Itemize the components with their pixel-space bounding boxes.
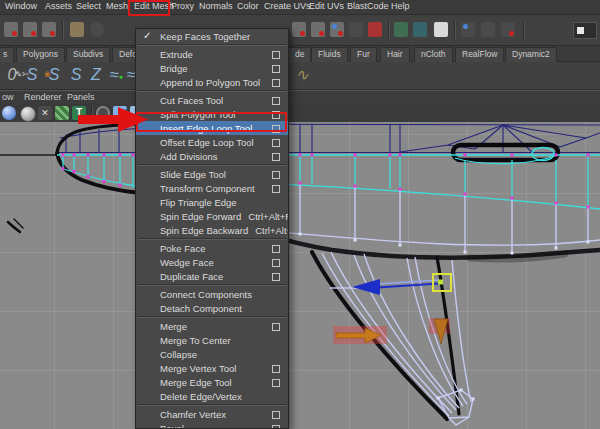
option-box-icon[interactable] (272, 411, 280, 419)
menubar-item-mesh[interactable]: Mesh (106, 1, 128, 11)
snap-point-icon[interactable] (330, 22, 344, 37)
menu-item-bevel[interactable]: Bevel (136, 421, 288, 429)
menu-item-connect-components[interactable]: Connect Components (136, 287, 288, 301)
detach-curve-icon[interactable]: S (66, 64, 86, 86)
menu-item-merge-to-center[interactable]: Merge To Center (136, 333, 288, 347)
menubar-item-blastcode[interactable]: BlastCode (347, 1, 389, 11)
menu-item-cut-faces-tool[interactable]: Cut Faces Tool (136, 93, 288, 107)
shelf-tab-dynamic2[interactable]: Dynamic2 (505, 47, 557, 62)
menubar-item-help[interactable]: Help (391, 1, 410, 11)
shelf-tab-fur[interactable]: Fur (350, 47, 377, 62)
manipulator-blue-arrow[interactable] (352, 279, 380, 295)
menubar-item-edit-uvs[interactable]: Edit UVs (309, 1, 344, 11)
menu-item-delete-edge-vertex[interactable]: Delete Edge/Vertex (136, 389, 288, 403)
panel-menu-show[interactable]: ow (2, 92, 14, 102)
shaded-display-icon[interactable] (2, 106, 16, 120)
mask-object-icon[interactable] (23, 22, 37, 37)
option-box-icon[interactable] (272, 245, 280, 253)
menu-item-append-to-polygon-tool[interactable]: Append to Polygon Tool (136, 75, 288, 89)
menu-item-poke-face[interactable]: Poke Face (136, 241, 288, 255)
panel-menu-panels[interactable]: Panels (67, 92, 95, 102)
menubar-item-select[interactable]: Select (76, 1, 101, 11)
menu-item-wedge-face[interactable]: Wedge Face (136, 255, 288, 269)
option-box-icon[interactable] (272, 185, 280, 193)
shelf: 0✎ S✄ S❀ S Z ≈● ≈► ∿ (0, 62, 600, 90)
menu-item-duplicate-face[interactable]: Duplicate Face (136, 269, 288, 283)
menu-item-spin-edge-forward[interactable]: Spin Edge ForwardCtrl+Alt+Right (136, 209, 288, 223)
backface-culling-icon[interactable] (55, 106, 69, 120)
menu-item-transform-component[interactable]: Transform Component (136, 181, 288, 195)
menu-item-flip-triangle-edge[interactable]: Flip Triangle Edge (136, 195, 288, 209)
option-box-icon[interactable] (272, 379, 280, 387)
option-box-icon[interactable] (272, 97, 280, 105)
lasso-circle-icon[interactable] (90, 22, 104, 37)
edit-mesh-highlight-box (128, 0, 170, 16)
panel-menu-renderer[interactable]: Renderer (24, 92, 62, 102)
menubar-item-create-uvs[interactable]: Create UVs (264, 1, 311, 11)
menu-item-add-divisions[interactable]: Add Divisions (136, 149, 288, 163)
menu-item-merge[interactable]: Merge (136, 319, 288, 333)
menu-separator (138, 238, 286, 240)
shelf-tab-polygons[interactable]: Polygons (16, 47, 65, 62)
make-live-icon[interactable] (368, 22, 382, 37)
option-box-icon[interactable] (272, 425, 280, 429)
shelf-tab-ncloth[interactable]: nCloth (414, 47, 453, 62)
menu-item-bridge[interactable]: Bridge (136, 61, 288, 75)
attach-curve-icon[interactable]: S❀ (44, 64, 64, 86)
snap-surface-icon[interactable] (349, 22, 363, 37)
option-box-icon[interactable] (272, 273, 280, 281)
option-box-icon[interactable] (272, 259, 280, 267)
construction-history-off-icon[interactable] (413, 22, 427, 37)
option-box-icon[interactable] (272, 153, 280, 161)
highlight-box-icon[interactable] (70, 22, 84, 37)
menubar-item-window[interactable]: Window (5, 1, 37, 11)
render-current-frame-icon[interactable] (461, 22, 475, 37)
file-icon[interactable] (434, 22, 448, 37)
viewport[interactable] (0, 122, 600, 429)
menu-item-spin-edge-backward[interactable]: Spin Edge BackwardCtrl+Alt+Left (136, 223, 288, 237)
smooth-curve-icon[interactable]: ∿ (292, 64, 312, 86)
cut-curve-icon[interactable]: S✄ (22, 64, 42, 86)
shelf-tab-partial[interactable]: s (0, 47, 14, 62)
option-box-icon[interactable] (272, 323, 280, 331)
menu-item-chamfer-vertex[interactable]: Chamfer Vertex (136, 407, 288, 421)
menu-separator (138, 316, 286, 318)
quick-select-field[interactable] (573, 22, 597, 39)
menubar-item-proxy[interactable]: Proxy (171, 1, 194, 11)
menu-item-merge-edge-tool[interactable]: Merge Edge Tool (136, 375, 288, 389)
shelf-tab-subdivs[interactable]: Subdivs (66, 47, 110, 62)
menu-item-merge-vertex-tool[interactable]: Merge Vertex Tool (136, 361, 288, 375)
menu-item-detach-component[interactable]: Detach Component (136, 301, 288, 315)
option-box-icon[interactable] (272, 65, 280, 73)
shelf-tab-partial-right[interactable]: de (288, 47, 311, 62)
menu-item-slide-edge-tool[interactable]: Slide Edge Tool (136, 167, 288, 181)
mask-hierarchy-icon[interactable] (4, 22, 18, 37)
insert-knot-icon[interactable]: Z (86, 64, 106, 86)
shelf-tab-realflow[interactable]: RealFlow (455, 47, 504, 62)
pencil-curve-icon[interactable]: 0✎ (2, 64, 22, 86)
menubar-item-assets[interactable]: Assets (45, 1, 72, 11)
edit-mesh-menu: ✓Keep Faces Together Extrude Bridge Appe… (135, 28, 289, 429)
material-display-icon[interactable] (20, 106, 36, 122)
snap-grid-icon[interactable] (292, 22, 306, 37)
main-menubar: Window Assets Select Mesh Edit Mesh Prox… (0, 0, 600, 15)
option-box-icon[interactable] (272, 365, 280, 373)
menu-item-offset-edge-loop-tool[interactable]: Offset Edge Loop Tool (136, 135, 288, 149)
shelf-tab-hair[interactable]: Hair (380, 47, 410, 62)
ipr-render-icon[interactable] (481, 22, 495, 37)
option-box-icon[interactable] (272, 51, 280, 59)
snap-curve-icon[interactable] (311, 22, 325, 37)
option-box-icon[interactable] (272, 79, 280, 87)
render-settings-icon[interactable] (501, 22, 515, 37)
menu-item-collapse[interactable]: Collapse (136, 347, 288, 361)
menu-item-extrude[interactable]: Extrude (136, 47, 288, 61)
menubar-item-color[interactable]: Color (237, 1, 259, 11)
menu-item-keep-faces-together[interactable]: ✓Keep Faces Together (136, 29, 288, 43)
menubar-item-normals[interactable]: Normals (199, 1, 233, 11)
option-box-icon[interactable] (272, 139, 280, 147)
mask-component-icon[interactable] (42, 22, 56, 37)
option-box-icon[interactable] (272, 171, 280, 179)
shelf-tab-fluids[interactable]: Fluids (311, 47, 348, 62)
construction-history-icon[interactable] (394, 22, 408, 37)
xray-icon[interactable]: ✕ (38, 106, 52, 120)
